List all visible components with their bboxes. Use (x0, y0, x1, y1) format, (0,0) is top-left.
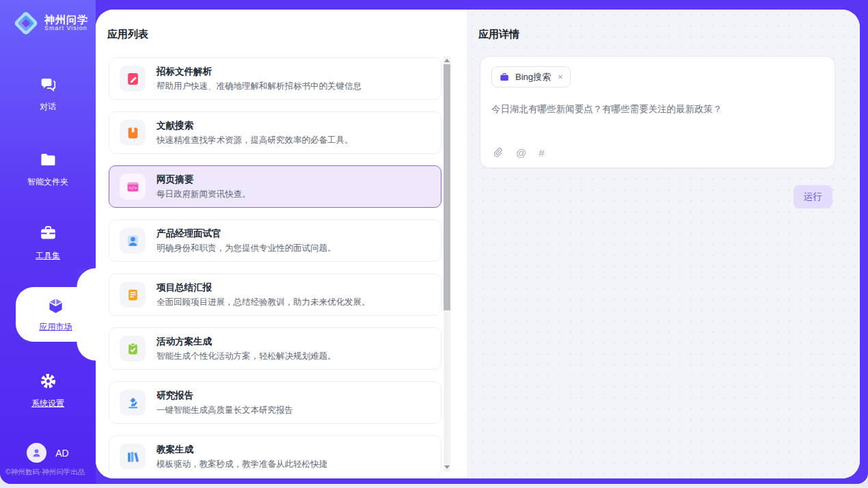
content-card: 应用列表 招标文件解析 帮助用户快速、准确地理解和解析招标书中的关键信息 文献搜… (96, 10, 860, 478)
webpage-icon: </> (120, 174, 146, 200)
sidebar: 神州问学 Smart Vision 对话 智能文件夹 工具集 应用市场 系统设置… (0, 0, 96, 484)
run-button[interactable]: 运行 (794, 185, 832, 208)
report-icon (120, 282, 146, 308)
app-card[interactable]: 教案生成 模板驱动，教案秒成，教学准备从此轻松快捷 (109, 435, 442, 478)
book-icon (120, 120, 146, 146)
bid-doc-icon (120, 66, 146, 92)
active-tab-fillet-bottom (77, 342, 96, 361)
scrollbar-up-icon[interactable] (444, 59, 450, 62)
app-card[interactable]: 活动方案生成 智能生成个性化活动方案，轻松解决规划难题。 (109, 327, 442, 370)
hash-icon[interactable]: # (539, 147, 544, 159)
svg-text:</>: </> (128, 185, 137, 190)
scrollbar[interactable] (444, 56, 450, 472)
logo-diamond-icon (12, 10, 40, 37)
prompt-card[interactable]: Bing搜索 × 今日湖北有哪些新闻要点？有哪些需要关注的最新政策？ @# (480, 56, 835, 168)
user-initials: AD (55, 448, 68, 459)
app-detail-panel: 应用详情 Bing搜索 × 今日湖北有哪些新闻要点？有哪些需要关注的最新政策？ … (467, 10, 860, 478)
logo: 神州问学 Smart Vision (12, 10, 88, 37)
app-window: 神州问学 Smart Vision 对话 智能文件夹 工具集 应用市场 系统设置… (0, 0, 868, 488)
user-row[interactable]: AD (0, 443, 96, 463)
tool-tag-label: Bing搜索 (515, 71, 551, 83)
app-list-title: 应用列表 (107, 28, 467, 41)
prompt-text[interactable]: 今日湖北有哪些新闻要点？有哪些需要关注的最新政策？ (491, 103, 824, 116)
app-card[interactable]: 研究报告 一键智能生成高质量长文本研究报告 (109, 381, 442, 424)
scrollbar-down-icon[interactable] (444, 465, 450, 469)
plan-icon (120, 336, 146, 362)
research-icon (120, 390, 146, 416)
paperclip-icon[interactable] (492, 147, 504, 159)
lesson-icon (120, 444, 146, 470)
logo-subtitle: Smart Vision (44, 25, 88, 31)
app-card[interactable]: 文献搜索 快速精准查找学术资源，提高研究效率的必备工具。 (109, 111, 442, 154)
cube-icon (46, 297, 65, 318)
app-list-panel: 应用列表 招标文件解析 帮助用户快速、准确地理解和解析招标书中的关键信息 文献搜… (96, 10, 467, 478)
gear-icon (39, 372, 57, 393)
app-detail-title: 应用详情 (478, 28, 860, 41)
tool-tag-bing-search[interactable]: Bing搜索 × (491, 66, 571, 87)
app-card[interactable]: 招标文件解析 帮助用户快速、准确地理解和解析招标书中的关键信息 (109, 57, 442, 100)
copyright-footer: ©神州数码·神州问学出品 (5, 467, 85, 477)
chat-icon (39, 75, 57, 96)
app-list: 招标文件解析 帮助用户快速、准确地理解和解析招标书中的关键信息 文献搜索 快速精… (109, 57, 442, 478)
toolbox-icon (39, 224, 57, 245)
at-icon[interactable]: @ (516, 147, 526, 159)
tool-tag-close-icon[interactable]: × (558, 72, 563, 82)
app-card[interactable]: </> 网页摘要 每日政府新闻资讯快查。 (109, 165, 442, 208)
sidebar-item-工具集[interactable]: 工具集 (0, 224, 96, 262)
avatar[interactable] (27, 443, 46, 463)
scrollbar-thumb[interactable] (444, 64, 450, 310)
sidebar-item-智能文件夹[interactable]: 智能文件夹 (0, 150, 96, 188)
active-tab-fillet-top (77, 268, 96, 287)
sidebar-item-对话[interactable]: 对话 (0, 75, 96, 113)
app-card[interactable]: 项目总结汇报 全面回顾项目进展，总结经验教训，助力未来优化发展。 (109, 273, 442, 316)
sidebar-item-系统设置[interactable]: 系统设置 (0, 372, 96, 409)
interviewer-icon (120, 228, 146, 254)
app-card[interactable]: 产品经理面试官 明确身份和职责，为您提供专业性的面试问题。 (109, 219, 442, 262)
sidebar-item-应用市场[interactable]: 应用市场 (16, 287, 96, 342)
briefcase-icon (499, 72, 510, 83)
prompt-toolbar: @# (492, 147, 545, 159)
folder-icon (39, 150, 57, 172)
logo-title: 神州问学 (44, 14, 88, 25)
